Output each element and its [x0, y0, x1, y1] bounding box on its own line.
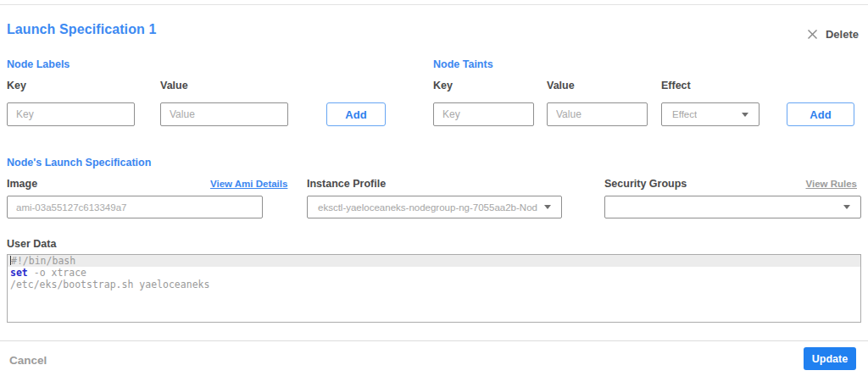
- node-taints-key-input[interactable]: [433, 102, 534, 126]
- caret-down-icon: [742, 113, 748, 117]
- close-icon: [807, 29, 818, 40]
- update-button[interactable]: Update: [804, 347, 856, 370]
- node-labels-value-input[interactable]: [160, 102, 288, 126]
- divider: [0, 340, 868, 341]
- node-taints-section-title: Node Taints: [433, 58, 493, 70]
- node-taints-add-button[interactable]: Add: [787, 102, 854, 126]
- node-taints-effect-select[interactable]: Effect: [661, 102, 760, 126]
- caret-down-icon: [843, 205, 850, 209]
- node-taints-effect-placeholder: Effect: [672, 109, 697, 119]
- security-groups-select[interactable]: [604, 196, 861, 218]
- launch-specification-panel: Launch Specification 1 Delete Node Label…: [0, 0, 868, 376]
- page-title: Launch Specification 1: [7, 22, 156, 37]
- user-data-label: User Data: [7, 238, 56, 250]
- node-labels-add-button[interactable]: Add: [326, 102, 386, 126]
- code-text: /etc/eks/bootstrap.sh yaeloceaneks: [10, 279, 209, 290]
- node-taints-key-label: Key: [433, 80, 453, 91]
- delete-button[interactable]: Delete: [807, 28, 859, 41]
- node-labels-value-label: Value: [160, 80, 188, 91]
- launch-spec-section-title: Node's Launch Specification: [7, 157, 151, 169]
- code-text: #!/bin/bash: [11, 255, 75, 267]
- user-data-code-editor[interactable]: #!/bin/bash set -o xtrace /etc/eks/boots…: [7, 254, 861, 323]
- node-taints-value-label: Value: [547, 80, 575, 91]
- divider: [0, 4, 868, 5]
- instance-profile-select[interactable]: eksctl-yaeloceaneks-nodegroup-ng-7055aa2…: [307, 196, 562, 218]
- node-taints-effect-label: Effect: [661, 80, 691, 91]
- instance-profile-value: eksctl-yaeloceaneks-nodegroup-ng-7055aa2…: [318, 202, 537, 213]
- node-labels-key-label: Key: [7, 80, 26, 91]
- node-labels-section-title: Node Labels: [7, 58, 70, 70]
- image-input[interactable]: [7, 196, 263, 218]
- code-line: set -o xtrace: [8, 267, 860, 279]
- delete-button-label: Delete: [826, 28, 859, 41]
- code-text: -o xtrace: [28, 267, 86, 279]
- node-labels-key-input[interactable]: [7, 102, 135, 126]
- code-line: /etc/eks/bootstrap.sh yaeloceaneks: [8, 279, 860, 290]
- cancel-button[interactable]: Cancel: [9, 354, 47, 367]
- instance-profile-label: Instance Profile: [307, 178, 386, 190]
- node-taints-value-input[interactable]: [547, 102, 648, 126]
- image-label: Image: [7, 178, 37, 190]
- view-ami-details-link[interactable]: View Ami Details: [210, 179, 287, 189]
- view-rules-link[interactable]: View Rules: [805, 179, 857, 189]
- caret-down-icon: [544, 205, 551, 209]
- security-groups-label: Security Groups: [604, 178, 687, 190]
- code-line: #!/bin/bash: [8, 255, 860, 267]
- code-keyword: set: [10, 267, 28, 279]
